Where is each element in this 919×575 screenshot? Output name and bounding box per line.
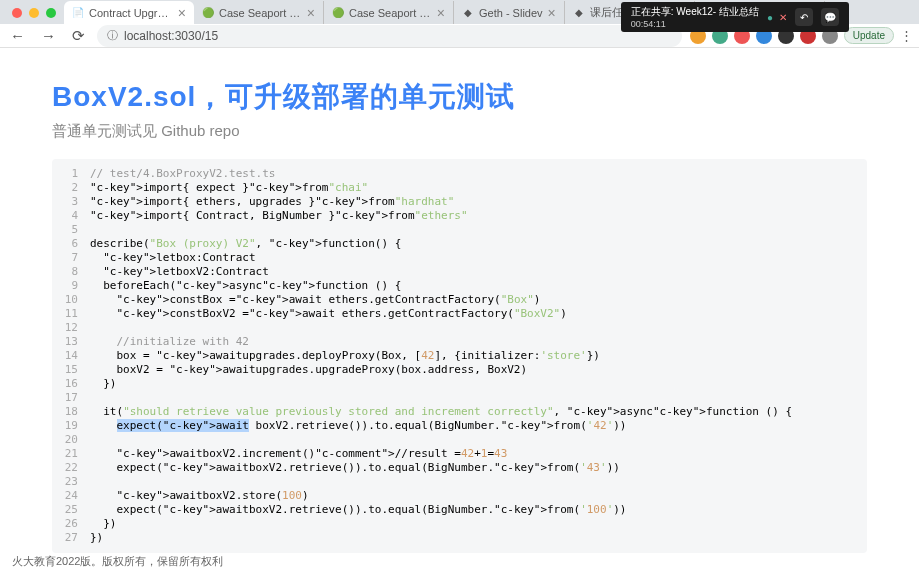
code-text: // test/4.BoxProxyV2.test.ts (90, 167, 275, 181)
tab-title: Contract Upgrade - S (89, 7, 173, 19)
line-number: 7 (52, 251, 90, 265)
line-number: 10 (52, 293, 90, 307)
code-line: 11 "c-key">const BoxV2 = "c-key">await e… (52, 307, 867, 321)
page-title: BoxV2.sol，可升级部署的单元测试 (52, 78, 867, 116)
window-minimize-button[interactable] (29, 8, 39, 18)
favicon-icon: ◆ (573, 7, 585, 19)
screen-share-banner[interactable]: 正在共享: Week12- 结业总结 00:54:11 ● ✕ ↶ 💬 (621, 2, 849, 32)
code-line: 21 "c-key">await boxV2.increment() "c-co… (52, 447, 867, 461)
code-text: }) (90, 377, 117, 391)
share-text: 正在共享: Week12- 结业总结 (631, 5, 759, 19)
code-line: 26 }) (52, 517, 867, 531)
line-number: 6 (52, 237, 90, 251)
forward-button[interactable]: → (37, 25, 60, 46)
tab-close-button[interactable]: × (437, 6, 445, 20)
favicon-icon: 🟢 (202, 7, 214, 19)
reload-button[interactable]: ⟳ (68, 25, 89, 47)
code-text: "c-key">import (90, 181, 183, 195)
share-time: 00:54:11 (631, 19, 759, 29)
line-number: 5 (52, 223, 90, 237)
tab-close-button[interactable]: × (307, 6, 315, 20)
line-number: 22 (52, 461, 90, 475)
code-text: expect("c-key">await (90, 503, 249, 517)
browser-tab[interactable]: 🟢Case Seaport by Op× (194, 1, 324, 24)
line-number: 1 (52, 167, 90, 181)
line-number: 14 (52, 349, 90, 363)
code-line: 18 it("should retrieve value previously … (52, 405, 867, 419)
browser-tab[interactable]: ◆Geth - Slidev× (454, 1, 565, 24)
code-line: 22 expect("c-key">await boxV2.retrieve()… (52, 461, 867, 475)
line-number: 15 (52, 363, 90, 377)
slide-content: BoxV2.sol，可升级部署的单元测试 普通单元测试见 Github repo… (0, 48, 919, 575)
code-line: 23 (52, 475, 867, 489)
code-text: "c-key">import (90, 195, 183, 209)
code-line: 1// test/4.BoxProxyV2.test.ts (52, 167, 867, 181)
url-text: localhost:3030/15 (124, 29, 218, 43)
line-number: 20 (52, 433, 90, 447)
code-text: beforeEach("c-key">async (90, 279, 262, 293)
code-text: "c-key">await (90, 447, 203, 461)
line-number: 12 (52, 321, 90, 335)
address-bar[interactable]: ⓘ localhost:3030/15 (97, 25, 682, 47)
code-text: "c-key">const (90, 307, 203, 321)
code-line: 6describe("Box (proxy) V2", "c-key">func… (52, 237, 867, 251)
code-line: 20 (52, 433, 867, 447)
window-close-button[interactable] (12, 8, 22, 18)
code-text: "c-key">let (90, 265, 176, 279)
code-line: 16 }) (52, 377, 867, 391)
code-line: 13 //initialize with 42 (52, 335, 867, 349)
code-line: 25 expect("c-key">await boxV2.retrieve()… (52, 503, 867, 517)
tab-title: Case Seaport by Op (349, 7, 432, 19)
browser-chrome: 正在共享: Week12- 结业总结 00:54:11 ● ✕ ↶ 💬 📄Con… (0, 0, 919, 48)
menu-icon[interactable]: ⋮ (900, 28, 913, 43)
line-number: 19 (52, 419, 90, 433)
line-number: 17 (52, 391, 90, 405)
code-text: }) (90, 531, 103, 545)
tab-close-button[interactable]: × (178, 6, 186, 20)
line-number: 9 (52, 279, 90, 293)
line-number: 27 (52, 531, 90, 545)
code-line: 14 box = "c-key">await upgrades.deployPr… (52, 349, 867, 363)
code-line: 9 beforeEach("c-key">async "c-key">funct… (52, 279, 867, 293)
code-line: 2"c-key">import { expect } "c-key">from … (52, 181, 867, 195)
back-button[interactable]: ← (6, 25, 29, 46)
site-info-icon[interactable]: ⓘ (107, 28, 118, 43)
share-undo-button[interactable]: ↶ (795, 8, 813, 26)
line-number: 3 (52, 195, 90, 209)
code-line: 5 (52, 223, 867, 237)
line-number: 13 (52, 335, 90, 349)
code-text: box = "c-key">await (90, 349, 242, 363)
code-text: "c-key">let (90, 251, 176, 265)
browser-tab[interactable]: 📄Contract Upgrade - S× (64, 1, 194, 24)
share-user-icon: ● (767, 12, 773, 23)
code-line: 27}) (52, 531, 867, 545)
line-number: 2 (52, 181, 90, 195)
browser-tab[interactable]: 🟢Case Seaport by Op× (324, 1, 454, 24)
code-line: 17 (52, 391, 867, 405)
share-chat-button[interactable]: 💬 (821, 8, 839, 26)
line-number: 26 (52, 517, 90, 531)
share-settings-icon: ✕ (779, 12, 787, 23)
line-number: 24 (52, 489, 90, 503)
code-text: expect("c-key">await boxV2.retrieve()).t… (90, 419, 580, 433)
code-line: 10 "c-key">const Box = "c-key">await eth… (52, 293, 867, 307)
line-number: 4 (52, 209, 90, 223)
line-number: 18 (52, 405, 90, 419)
code-text: "c-key">await (90, 489, 203, 503)
code-text: }) (90, 517, 117, 531)
code-text: it("should retrieve value previously sto… (90, 405, 653, 419)
favicon-icon: 🟢 (332, 7, 344, 19)
code-line: 7 "c-key">let box:Contract (52, 251, 867, 265)
tab-title: Geth - Slidev (479, 7, 543, 19)
code-line: 19 expect("c-key">await boxV2.retrieve()… (52, 419, 867, 433)
code-text: "c-key">const (90, 293, 203, 307)
code-line: 8 "c-key">let boxV2:Contract (52, 265, 867, 279)
line-number: 23 (52, 475, 90, 489)
favicon-icon: 📄 (72, 7, 84, 19)
update-button[interactable]: Update (844, 27, 894, 44)
window-maximize-button[interactable] (46, 8, 56, 18)
line-number: 8 (52, 265, 90, 279)
tab-close-button[interactable]: × (548, 6, 556, 20)
code-line: 24 "c-key">await boxV2.store(100) (52, 489, 867, 503)
code-text: expect("c-key">await (90, 461, 249, 475)
